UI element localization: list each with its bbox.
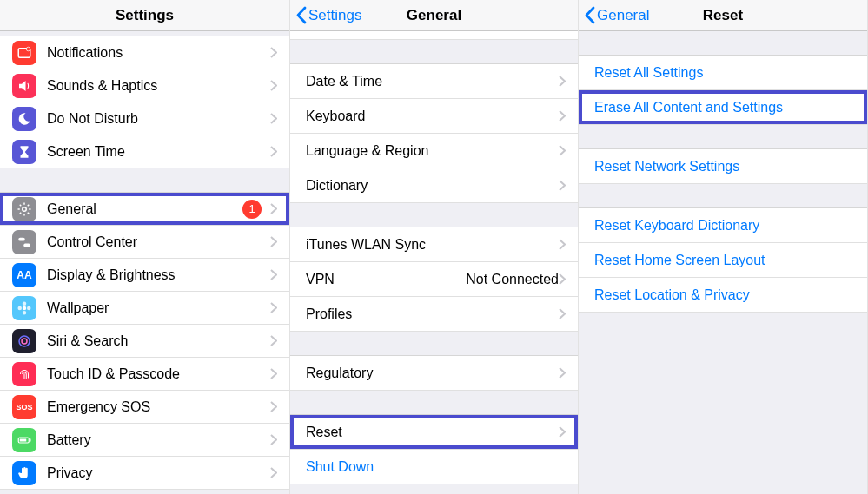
row-label: Control Center — [47, 234, 270, 250]
screentime-icon — [12, 140, 36, 164]
section-gap — [290, 40, 578, 64]
row-label: Battery — [47, 432, 270, 448]
section-gap — [290, 391, 578, 415]
svg-point-9 — [27, 306, 31, 310]
general-row-profiles[interactable]: Profiles — [290, 297, 578, 332]
general-row-shutdown[interactable]: Shut Down — [290, 450, 578, 484]
settings-row-general[interactable]: General1 — [0, 193, 289, 226]
settings-row-wallpaper[interactable]: Wallpaper — [0, 292, 289, 325]
chevron-right-icon — [559, 239, 566, 250]
back-to-general[interactable]: General — [579, 6, 649, 24]
settings-row-controlcenter[interactable]: Control Center — [0, 226, 289, 259]
row-label: Touch ID & Passcode — [47, 366, 270, 382]
back-label: General — [597, 7, 649, 24]
general-icon — [12, 197, 36, 221]
reset-row-reset-all[interactable]: Reset All Settings — [579, 56, 867, 90]
row-label: Reset Location & Privacy — [594, 287, 750, 303]
chevron-right-icon — [559, 110, 566, 122]
navbar-settings: Settings — [0, 0, 289, 31]
chevron-left-icon — [295, 6, 307, 24]
reset-list: Reset All SettingsErase All Content and … — [579, 31, 867, 494]
settings-row-battery[interactable]: Battery — [0, 424, 289, 457]
settings-row-privacy[interactable]: Privacy — [0, 457, 289, 490]
row-label: Reset Network Settings — [594, 159, 739, 175]
row-label: VPN — [306, 272, 466, 287]
row-label: Privacy — [47, 465, 270, 481]
settings-row-sos[interactable]: SOSEmergency SOS — [0, 391, 289, 424]
settings-list: NotificationsSounds & HapticsDo Not Dist… — [0, 31, 289, 494]
row-label: General — [47, 201, 242, 217]
svg-point-5 — [23, 306, 27, 310]
settings-row-dnd[interactable]: Do Not Disturb — [0, 102, 289, 135]
sounds-icon — [12, 74, 36, 98]
settings-row-notifications[interactable]: Notifications — [0, 36, 289, 69]
general-row-itunes[interactable]: iTunes WLAN Sync — [290, 227, 578, 262]
row-label: Erase All Content and Settings — [594, 100, 783, 115]
chevron-right-icon — [270, 203, 277, 214]
chevron-right-icon — [270, 467, 277, 478]
pane-general: Settings General Date & TimeKeyboardLang… — [290, 0, 579, 494]
row-label: Regulatory — [306, 366, 559, 381]
settings-row-siri[interactable]: Siri & Search — [0, 325, 289, 358]
touchid-icon — [12, 362, 36, 386]
general-row-keyboard[interactable]: Keyboard — [290, 99, 578, 134]
chevron-right-icon — [270, 236, 277, 247]
battery-icon — [12, 428, 36, 452]
row-label: Keyboard — [306, 109, 559, 124]
row-label: Reset All Settings — [594, 65, 703, 81]
row-label: iTunes WLAN Sync — [306, 237, 559, 253]
chevron-right-icon — [559, 180, 566, 191]
row-label: Reset — [306, 425, 559, 440]
svg-point-11 — [22, 339, 27, 344]
settings-row-screentime[interactable]: Screen Time — [0, 135, 289, 168]
row-label: Do Not Disturb — [47, 111, 270, 127]
svg-point-10 — [19, 336, 30, 346]
row-label: Notifications — [47, 45, 270, 61]
siri-icon — [12, 329, 36, 353]
settings-row-display[interactable]: AADisplay & Brightness — [0, 259, 289, 292]
svg-point-8 — [18, 306, 23, 310]
reset-row-reset-location[interactable]: Reset Location & Privacy — [579, 278, 867, 313]
row-label: Sounds & Haptics — [47, 78, 270, 94]
general-row-vpn[interactable]: VPNNot Connected — [290, 262, 578, 297]
general-row-dictionary[interactable]: Dictionary — [290, 168, 578, 203]
svg-rect-3 — [18, 237, 25, 240]
row-label: Siri & Search — [47, 333, 270, 349]
dnd-icon — [12, 107, 36, 131]
reset-row-reset-network[interactable]: Reset Network Settings — [579, 149, 867, 184]
row-label: Language & Region — [306, 143, 559, 159]
row-label: Emergency SOS — [47, 399, 270, 415]
reset-row-reset-keyboard[interactable]: Reset Keyboard Dictionary — [579, 208, 867, 243]
chevron-right-icon — [270, 434, 277, 445]
settings-row-touchid[interactable]: Touch ID & Passcode — [0, 358, 289, 391]
nav-title-settings: Settings — [0, 7, 289, 24]
display-icon: AA — [12, 263, 36, 287]
row-label: Reset Home Screen Layout — [594, 253, 765, 268]
chevron-right-icon — [559, 426, 566, 438]
section-gap — [579, 31, 867, 56]
row-label: Display & Brightness — [47, 267, 270, 283]
general-row-regulatory[interactable]: Regulatory — [290, 356, 578, 391]
reset-row-reset-home[interactable]: Reset Home Screen Layout — [579, 243, 867, 278]
svg-point-2 — [23, 207, 27, 211]
general-row-reset[interactable]: Reset — [290, 415, 578, 450]
sos-icon: SOS — [12, 395, 36, 419]
row-label: Date & Time — [306, 74, 559, 89]
row-label: Shut Down — [306, 459, 566, 475]
navbar-reset: General Reset — [579, 0, 867, 31]
chevron-right-icon — [559, 273, 566, 285]
chevron-right-icon — [270, 47, 277, 58]
empty-area — [579, 313, 867, 494]
chevron-right-icon — [270, 368, 277, 379]
reset-row-erase-all[interactable]: Erase All Content and Settings — [579, 90, 867, 125]
settings-row-sounds[interactable]: Sounds & Haptics — [0, 69, 289, 102]
back-to-settings[interactable]: Settings — [290, 6, 361, 24]
row-label: Wallpaper — [47, 300, 270, 316]
general-list: Date & TimeKeyboardLanguage & RegionDict… — [290, 31, 578, 494]
general-row-langregion[interactable]: Language & Region — [290, 134, 578, 168]
general-row-datetime[interactable]: Date & Time — [290, 64, 578, 99]
chevron-right-icon — [270, 335, 277, 346]
chevron-right-icon — [559, 367, 566, 379]
chevron-left-icon — [584, 6, 595, 24]
chevron-right-icon — [559, 308, 566, 319]
